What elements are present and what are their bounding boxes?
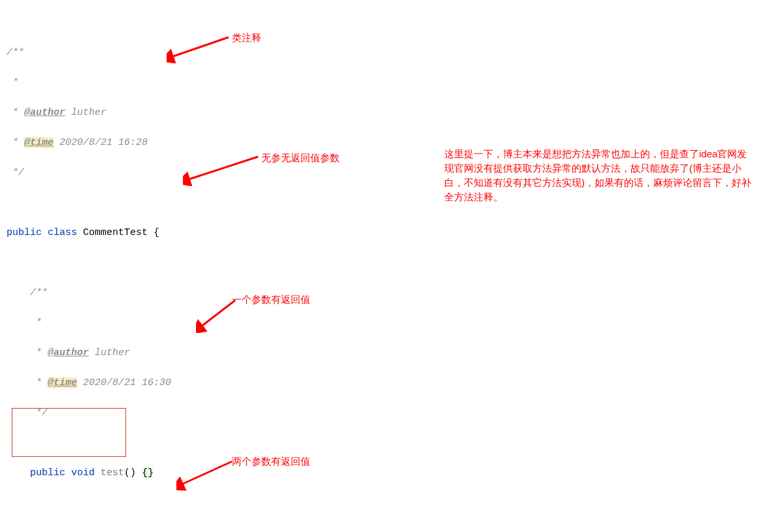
author-tag: @author: [48, 347, 89, 358]
gutter: [0, 0, 6, 532]
code-line[interactable]: public class CommentTest {: [7, 225, 782, 240]
code-line[interactable]: * @author luther: [7, 345, 782, 360]
time-value: 2020/8/21 16:30: [83, 377, 171, 388]
annotation-side-note: 这里提一下，博主本来是想把方法异常也加上的，但是查了idea官网发现官网没有提供…: [444, 147, 751, 204]
annotation-class-comment: 类注释: [232, 30, 261, 45]
method-name: test: [101, 467, 124, 478]
author-value: luther: [71, 107, 106, 118]
author-value: luther: [95, 347, 130, 358]
annotation-no-param: 无参无返回值参数: [261, 150, 340, 165]
comment-open: /**: [7, 47, 24, 58]
code-line[interactable]: /**: [7, 285, 782, 300]
comment-close: */: [7, 167, 24, 178]
comment-star: *: [7, 77, 18, 88]
time-tag: @time: [24, 137, 54, 148]
annotation-two-param: 两个参数有返回值: [232, 454, 310, 469]
comment-open: /**: [30, 287, 48, 298]
class-name: CommentTest: [83, 227, 148, 238]
time-tag: @time: [48, 377, 77, 388]
code-line[interactable]: *: [7, 315, 782, 330]
code-line[interactable]: * @time 2020/8/21 16:30: [7, 375, 782, 390]
brace-close: }: [148, 467, 154, 478]
comment-close: */: [30, 407, 48, 418]
time-value: 2020/8/21 16:28: [59, 137, 148, 148]
parens: (): [124, 467, 136, 478]
return-type: void: [71, 467, 95, 478]
author-tag: @author: [24, 107, 65, 118]
kw-public: public: [30, 467, 65, 478]
kw-public: public: [7, 227, 42, 238]
code-line[interactable]: */: [7, 405, 782, 420]
brace: {: [154, 227, 159, 238]
kw-class: class: [48, 227, 77, 238]
annotation-one-param: 一个参数有返回值: [232, 292, 310, 307]
blank-line[interactable]: [7, 510, 782, 525]
code-line[interactable]: public void test() {}: [7, 465, 782, 480]
code-line[interactable]: *: [7, 75, 782, 90]
code-editor[interactable]: /** * * @author luther * @time 2020/8/21…: [7, 0, 782, 532]
comment-star: *: [30, 317, 42, 328]
code-line[interactable]: * @author luther: [7, 105, 782, 120]
code-line[interactable]: /**: [7, 45, 782, 60]
brace-open: {: [142, 467, 148, 478]
